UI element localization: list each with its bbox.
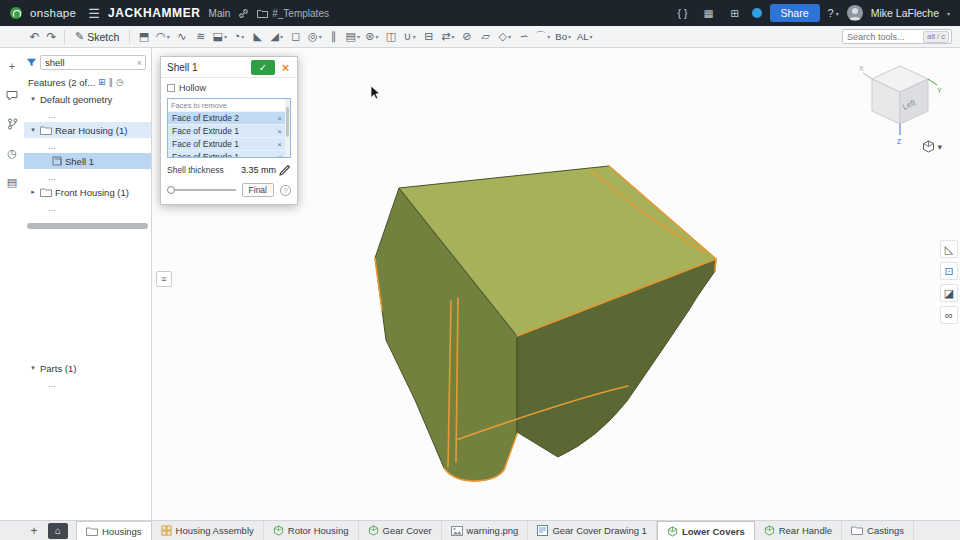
view-cube[interactable]: Left X Y Z — [858, 54, 944, 146]
undo-icon[interactable]: ↶ — [26, 28, 43, 45]
delete-face-tool-button[interactable]: ⊘ — [457, 28, 476, 46]
tree-row-rear-housing-1-[interactable]: ▾Rear Housing (1) — [24, 122, 151, 138]
tree-ellipsis-row[interactable]: ... — [24, 200, 151, 215]
fillet-tool-button[interactable]: ◔▾ — [229, 28, 248, 46]
featurescript-braces-icon[interactable]: { } — [674, 4, 692, 22]
section-view-button[interactable]: ⊡ — [940, 262, 958, 280]
tree-row-front-housing-1-[interactable]: ▸Front Housing (1) — [24, 184, 151, 200]
tab-rear-handle[interactable]: Rear Handle — [755, 521, 842, 540]
filter-funnel-icon[interactable] — [26, 57, 37, 68]
feature-list-toggle-icon[interactable]: ≡ — [156, 271, 172, 287]
appearance-button[interactable]: ◪ — [940, 284, 958, 302]
circular-pattern-tool-button[interactable]: ⊛▾ — [362, 28, 381, 46]
hollow-option[interactable]: Hollow — [167, 83, 291, 93]
status-globe-icon[interactable] — [752, 8, 762, 18]
confirm-check-icon[interactable]: ✓ — [251, 60, 275, 75]
thicken-tool-button[interactable]: ⬓▾ — [210, 28, 229, 46]
hollow-checkbox[interactable] — [167, 84, 175, 92]
branch-name[interactable]: Main — [209, 8, 231, 19]
dialog-header[interactable]: Shell 1 ✓ × — [161, 57, 297, 78]
document-tab[interactable]: #_Templates — [257, 8, 329, 19]
helix-tool-button[interactable]: ∽ — [514, 28, 533, 46]
boolean-tool-button[interactable]: ∪▾ — [400, 28, 419, 46]
linear-pattern-tool-button[interactable]: ▤▾ — [343, 28, 362, 46]
tab-housings[interactable]: Housings — [76, 521, 152, 540]
tree-row-shell-1[interactable]: Shell 1 — [24, 153, 151, 169]
integrations-icon[interactable]: ⊞ — [726, 4, 744, 22]
extrude-tool-button[interactable]: ⬒ — [134, 28, 153, 46]
dialog-help-icon[interactable]: ? — [280, 185, 291, 196]
user-avatar[interactable] — [847, 5, 863, 21]
transform-tool-button[interactable]: ⇄▾ — [438, 28, 457, 46]
tree-ellipsis-row[interactable]: ... — [24, 107, 151, 122]
curve-tool-button[interactable]: ⌒▾ — [533, 28, 552, 46]
insert-panel-button[interactable]: + — [4, 58, 20, 74]
hamburger-menu-icon[interactable]: ☰ — [88, 7, 100, 20]
caret-right-icon[interactable]: ▸ — [29, 188, 37, 196]
caret-down-icon[interactable]: ▾ — [29, 364, 37, 372]
history-panel-button[interactable]: ◷ — [4, 145, 20, 161]
thickness-slider[interactable] — [167, 189, 236, 191]
caret-down-icon[interactable]: ▾ — [29, 126, 37, 134]
offset-surface-tool-button[interactable]: ▱ — [476, 28, 495, 46]
apps-grid-icon[interactable]: ▦ — [700, 4, 718, 22]
feature-search-input[interactable] — [40, 55, 146, 70]
tab-warning-png[interactable]: warning.png — [442, 521, 529, 540]
tree-ellipsis-row[interactable]: ... — [24, 138, 151, 153]
tab-gear-cover[interactable]: Gear Cover — [359, 521, 442, 540]
hole-tool-button[interactable]: ◎▾ — [305, 28, 324, 46]
caret-down-icon[interactable]: ▾ — [947, 10, 950, 17]
comment-panel-button[interactable] — [4, 87, 20, 103]
sweep-tool-button[interactable]: ∿ — [172, 28, 191, 46]
plane-tool-button[interactable]: ◇▾ — [495, 28, 514, 46]
tab-rotor-housing[interactable]: Rotor Housing — [264, 521, 359, 540]
parts-header-row[interactable]: ▾ Parts (1) — [24, 360, 151, 376]
remove-face-icon[interactable]: × — [277, 153, 282, 159]
suppress-icon[interactable]: ∥ — [109, 78, 114, 87]
face-list-item[interactable]: Face of Extrude 1× — [168, 150, 290, 158]
view-options-button[interactable]: ▾ — [922, 140, 942, 153]
loft-tool-button[interactable]: ≋ — [191, 28, 210, 46]
parts-ellipsis-row[interactable]: ... — [24, 376, 151, 391]
revolve-tool-button[interactable]: ◠▾ — [153, 28, 172, 46]
named-views-button[interactable]: ∞ — [940, 306, 958, 324]
draft-tool-button[interactable]: ◢▾ — [267, 28, 286, 46]
redo-icon[interactable]: ↷ — [43, 28, 60, 45]
tab-manager-icon[interactable]: ⌂ — [48, 523, 68, 539]
remove-face-icon[interactable]: × — [277, 127, 282, 136]
cancel-x-icon[interactable]: × — [278, 60, 293, 75]
slider-handle[interactable] — [167, 186, 175, 194]
thickness-value[interactable]: 3.35 mm — [241, 165, 276, 175]
help-menu[interactable]: ? ▾ — [828, 7, 839, 19]
tree-row-default-geometry[interactable]: ▾Default geometry — [24, 91, 151, 107]
share-button[interactable]: Share — [770, 4, 820, 22]
rollback-icon[interactable]: ◷ — [116, 78, 124, 87]
face-list-item[interactable]: Face of Extrude 2× — [168, 111, 290, 124]
eyedropper-icon[interactable] — [279, 164, 291, 176]
rib-tool-button[interactable]: ∥ — [324, 28, 343, 46]
faces-scrollbar[interactable] — [285, 99, 290, 157]
tab-housing-assembly[interactable]: Housing Assembly — [152, 521, 264, 540]
shell-tool-button[interactable]: ◻ — [286, 28, 305, 46]
filter-list-icon[interactable]: ⊞ — [98, 78, 106, 87]
remove-face-icon[interactable]: × — [277, 140, 282, 149]
faces-to-remove-box[interactable]: Faces to remove Face of Extrude 2×Face o… — [167, 98, 291, 158]
tree-ellipsis-row[interactable]: ... — [24, 169, 151, 184]
tools-search[interactable]: alt / c — [842, 29, 952, 44]
bo-custom-tool-button[interactable]: Bo▾ — [552, 28, 574, 46]
split-tool-button[interactable]: ⊟ — [419, 28, 438, 46]
final-button[interactable]: Final — [242, 183, 274, 197]
tab-castings[interactable]: Castings — [842, 521, 914, 540]
tab-lower-covers[interactable]: Lower Covers — [657, 521, 755, 540]
add-tab-icon[interactable]: + — [26, 523, 42, 539]
tab-gear-cover-drawing-1[interactable]: Gear Cover Drawing 1 — [528, 521, 657, 540]
feature-list-panel-button[interactable]: ▤ — [4, 174, 20, 190]
mirror-tool-button[interactable]: ◫ — [381, 28, 400, 46]
horizontal-scrollbar[interactable] — [27, 223, 148, 229]
measure-button[interactable]: ◺ — [940, 240, 958, 258]
remove-face-icon[interactable]: × — [277, 114, 282, 123]
graphics-viewport[interactable]: Shell 1 ✓ × Hollow Faces to remove Face … — [152, 48, 960, 520]
clear-search-icon[interactable]: × — [137, 58, 142, 68]
versions-panel-button[interactable] — [4, 116, 20, 132]
link-icon[interactable] — [238, 8, 249, 19]
